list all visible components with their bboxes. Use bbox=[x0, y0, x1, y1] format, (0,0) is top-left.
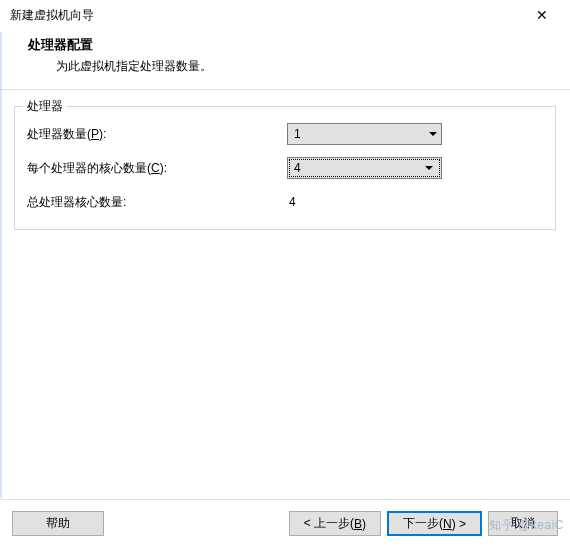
cores-per-processor-label: 每个处理器的核心数量(C): bbox=[27, 160, 287, 177]
processor-count-value: 1 bbox=[294, 127, 301, 141]
next-button[interactable]: 下一步(N) > bbox=[387, 511, 482, 536]
total-cores-label: 总处理器核心数量: bbox=[27, 194, 287, 211]
cores-per-processor-row: 每个处理器的核心数量(C): 4 bbox=[27, 157, 543, 179]
titlebar: 新建虚拟机向导 ✕ bbox=[0, 0, 570, 30]
processor-count-label: 处理器数量(P): bbox=[27, 126, 287, 143]
window-title: 新建虚拟机向导 bbox=[10, 7, 522, 24]
footer-divider bbox=[0, 499, 570, 500]
left-edge-accent bbox=[0, 32, 2, 498]
back-button[interactable]: < 上一步(B) bbox=[289, 511, 381, 536]
close-icon[interactable]: ✕ bbox=[522, 0, 562, 30]
wizard-header: 处理器配置 为此虚拟机指定处理器数量。 bbox=[0, 30, 570, 89]
header-subtitle: 为此虚拟机指定处理器数量。 bbox=[28, 58, 570, 75]
group-legend: 处理器 bbox=[23, 98, 67, 115]
chevron-down-icon bbox=[425, 166, 433, 170]
total-cores-value: 4 bbox=[287, 195, 296, 209]
processor-count-dropdown[interactable]: 1 bbox=[287, 123, 442, 145]
cores-per-processor-dropdown[interactable]: 4 bbox=[287, 157, 442, 179]
content-area: 处理器 处理器数量(P): 1 每个处理器的核心数量(C): 4 总处理器核心数… bbox=[0, 90, 570, 246]
cores-per-processor-value: 4 bbox=[294, 161, 301, 175]
processor-group: 处理器 处理器数量(P): 1 每个处理器的核心数量(C): 4 总处理器核心数… bbox=[14, 106, 556, 230]
total-cores-row: 总处理器核心数量: 4 bbox=[27, 191, 543, 213]
cancel-button[interactable]: 取消 bbox=[488, 511, 558, 536]
footer-buttons: 帮助 < 上一步(B) 下一步(N) > 取消 bbox=[0, 511, 570, 536]
processor-count-row: 处理器数量(P): 1 bbox=[27, 123, 543, 145]
header-title: 处理器配置 bbox=[28, 36, 570, 54]
help-button[interactable]: 帮助 bbox=[12, 511, 104, 536]
chevron-down-icon bbox=[429, 132, 437, 136]
